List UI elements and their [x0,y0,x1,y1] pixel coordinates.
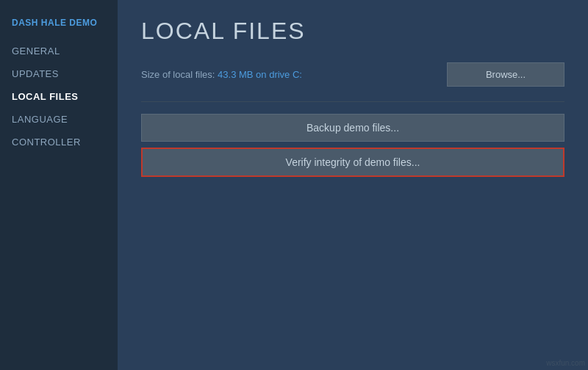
backup-button[interactable]: Backup demo files... [141,114,564,142]
app-container: DASH HALE DEMO GENERAL UPDATES LOCAL FIL… [0,0,588,370]
sidebar-item-language[interactable]: LANGUAGE [0,108,118,131]
sidebar: DASH HALE DEMO GENERAL UPDATES LOCAL FIL… [0,0,118,370]
file-size-value: 43.3 MB on drive C: [218,69,302,80]
main-content: LOCAL FILES Size of local files: 43.3 MB… [118,0,588,370]
watermark: wsxfun.com [546,359,585,367]
sidebar-item-local-files[interactable]: LOCAL FILES [0,85,118,108]
browse-button[interactable]: Browse... [447,62,564,87]
sidebar-app-title[interactable]: DASH HALE DEMO [0,12,118,34]
verify-integrity-button[interactable]: Verify integrity of demo files... [141,148,564,177]
page-title: LOCAL FILES [141,18,564,45]
sidebar-item-controller[interactable]: CONTROLLER [0,131,118,153]
sidebar-item-general[interactable]: GENERAL [0,40,118,62]
sidebar-item-updates[interactable]: UPDATES [0,62,118,85]
file-size-row: Size of local files: 43.3 MB on drive C:… [141,62,564,87]
file-size-text: Size of local files: 43.3 MB on drive C: [141,69,302,80]
file-size-label: Size of local files: [141,69,215,80]
divider [141,101,564,102]
